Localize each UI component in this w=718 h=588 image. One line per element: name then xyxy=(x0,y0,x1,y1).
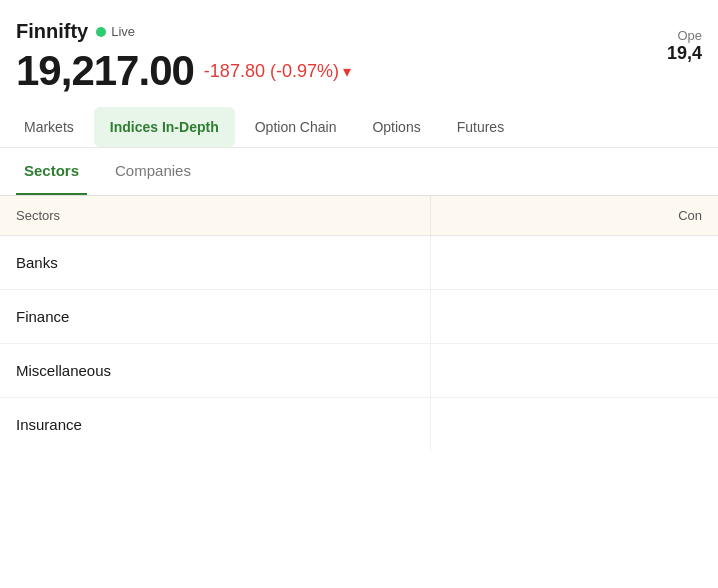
live-label: Live xyxy=(111,24,135,39)
table-row: Miscellaneous xyxy=(0,344,718,398)
table-body: Banks Finance Miscellaneous Insurance xyxy=(0,236,718,452)
price-change-value: -187.80 (-0.97%) xyxy=(204,61,339,82)
header-right: Ope 19,4 xyxy=(667,20,702,64)
tab-futures[interactable]: Futures xyxy=(441,107,520,147)
tab-options[interactable]: Options xyxy=(356,107,436,147)
sector-contribution xyxy=(430,344,718,398)
sub-tabs: Sectors Companies xyxy=(0,148,718,196)
sub-tab-companies[interactable]: Companies xyxy=(107,148,199,195)
tab-option-chain[interactable]: Option Chain xyxy=(239,107,353,147)
index-name-row: Finnifty Live xyxy=(16,20,351,43)
table-header: Sectors Con xyxy=(0,196,718,236)
live-dot-icon xyxy=(96,27,106,37)
open-label: Ope xyxy=(667,28,702,43)
sector-name: Banks xyxy=(0,236,430,290)
current-price: 19,217.00 xyxy=(16,47,194,95)
sectors-table: Sectors Con Banks Finance Miscellaneous … xyxy=(0,196,718,451)
table-row: Insurance xyxy=(0,398,718,452)
nav-tabs: Markets Indices In-Depth Option Chain Op… xyxy=(0,107,718,148)
price-row: 19,217.00 -187.80 (-0.97%) ▾ xyxy=(16,47,351,95)
live-badge: Live xyxy=(96,24,135,39)
price-change: -187.80 (-0.97%) ▾ xyxy=(204,61,351,82)
table-row: Finance xyxy=(0,290,718,344)
sector-name: Insurance xyxy=(0,398,430,452)
open-value: 19,4 xyxy=(667,43,702,64)
sector-contribution xyxy=(430,236,718,290)
sector-contribution xyxy=(430,290,718,344)
header-left: Finnifty Live 19,217.00 -187.80 (-0.97%)… xyxy=(16,20,351,95)
table-row: Banks xyxy=(0,236,718,290)
col-header-sectors: Sectors xyxy=(0,196,430,236)
tab-indices-in-depth[interactable]: Indices In-Depth xyxy=(94,107,235,147)
sub-tab-sectors[interactable]: Sectors xyxy=(16,148,87,195)
table-container: Sectors Con Banks Finance Miscellaneous … xyxy=(0,196,718,451)
tab-markets[interactable]: Markets xyxy=(8,107,90,147)
index-name: Finnifty xyxy=(16,20,88,43)
sector-contribution xyxy=(430,398,718,452)
sector-name: Miscellaneous xyxy=(0,344,430,398)
down-arrow-icon: ▾ xyxy=(343,62,351,81)
sector-name: Finance xyxy=(0,290,430,344)
header: Finnifty Live 19,217.00 -187.80 (-0.97%)… xyxy=(0,0,718,107)
col-header-contribution: Con xyxy=(430,196,718,236)
